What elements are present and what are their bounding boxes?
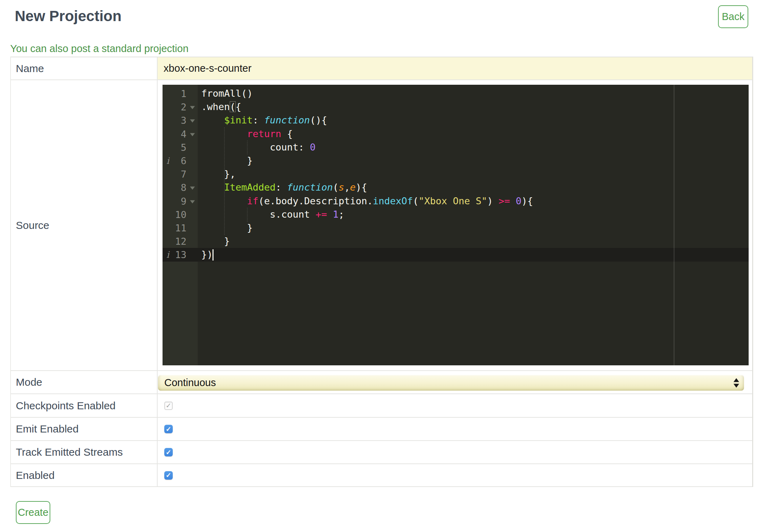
name-row: Name xbox-one-s-counter bbox=[11, 57, 752, 80]
line-number: 10 bbox=[175, 209, 186, 220]
page-title: New Projection bbox=[15, 8, 121, 25]
code-line: } bbox=[201, 154, 533, 167]
line-number: 3 bbox=[181, 115, 186, 126]
code-line: if(e.body.Description.indexOf("Xbox One … bbox=[201, 194, 533, 208]
emit-enabled-cell: ✓ bbox=[158, 418, 752, 440]
line-number: 7 bbox=[181, 169, 186, 180]
checkpoints-enabled-row: Checkpoints Enabled ✓ bbox=[11, 394, 752, 418]
line-number: 2 bbox=[181, 102, 186, 113]
gutter-line: 2 bbox=[163, 100, 198, 114]
line-number: 5 bbox=[181, 142, 186, 153]
emit-enabled-label: Emit Enabled bbox=[11, 418, 158, 440]
mode-label: Mode bbox=[11, 371, 158, 393]
source-cell: 12345i6789101112i13 fromAll().when({ $in… bbox=[158, 80, 752, 370]
text-cursor bbox=[212, 249, 214, 261]
gutter-line: 11 bbox=[163, 221, 198, 235]
line-number: 1 bbox=[181, 88, 186, 99]
line-number: 13 bbox=[175, 249, 186, 260]
name-cell: xbox-one-s-counter bbox=[158, 57, 752, 79]
track-emitted-streams-row: Track Emitted Streams ✓ bbox=[11, 441, 752, 464]
name-input[interactable]: xbox-one-s-counter bbox=[158, 57, 752, 79]
create-button[interactable]: Create bbox=[16, 501, 50, 524]
code-line: count: 0 bbox=[201, 141, 533, 154]
fold-toggle-icon[interactable] bbox=[190, 106, 195, 109]
editor-code-lines: fromAll().when({ $init: function(){ retu… bbox=[201, 87, 533, 261]
code-line: $init: function(){ bbox=[201, 114, 533, 127]
code-line: }, bbox=[201, 167, 533, 181]
gutter-line: i13 bbox=[163, 248, 198, 261]
mode-cell: Continuous bbox=[158, 371, 752, 393]
standard-projection-link[interactable]: You can also post a standard projection bbox=[10, 43, 189, 55]
code-line: s.count += 1; bbox=[201, 208, 533, 221]
mode-select[interactable]: Continuous bbox=[158, 375, 744, 391]
gutter-line: 1 bbox=[163, 87, 198, 100]
emit-enabled-row: Emit Enabled ✓ bbox=[11, 418, 752, 441]
track-emitted-streams-cell: ✓ bbox=[158, 441, 752, 463]
code-line: fromAll() bbox=[201, 87, 533, 100]
emit-enabled-checkbox[interactable]: ✓ bbox=[164, 425, 173, 433]
gutter-line: 8 bbox=[163, 181, 198, 194]
name-label: Name bbox=[11, 57, 158, 79]
gutter-line: 9 bbox=[163, 194, 198, 208]
gutter-line: 12 bbox=[163, 235, 198, 248]
print-margin-line bbox=[674, 85, 674, 365]
gutter-line: i6 bbox=[163, 154, 198, 167]
line-number: 8 bbox=[181, 182, 186, 193]
gutter-line: 4 bbox=[163, 127, 198, 141]
code-line: .when({ bbox=[201, 100, 533, 114]
mode-row: Mode Continuous bbox=[11, 371, 752, 394]
track-emitted-streams-checkbox[interactable]: ✓ bbox=[164, 448, 173, 456]
line-number: 11 bbox=[175, 222, 186, 233]
source-label: Source bbox=[11, 80, 158, 370]
fold-toggle-icon[interactable] bbox=[190, 200, 195, 203]
enabled-cell: ✓ bbox=[158, 464, 752, 486]
line-number: 9 bbox=[181, 196, 186, 206]
info-annotation-icon: i bbox=[166, 250, 169, 260]
select-up-down-arrows-icon bbox=[734, 378, 739, 387]
gutter-line: 10 bbox=[163, 208, 198, 221]
code-line: } bbox=[201, 235, 533, 248]
projection-form: Name xbox-one-s-counter Source 12345i678… bbox=[10, 57, 753, 487]
line-number: 12 bbox=[175, 236, 186, 247]
fold-toggle-icon[interactable] bbox=[190, 187, 195, 190]
code-line: ItemAdded: function(s,e){ bbox=[201, 181, 533, 194]
checkpoints-enabled-cell: ✓ bbox=[158, 394, 752, 417]
info-annotation-icon: i bbox=[166, 156, 169, 166]
track-emitted-streams-label: Track Emitted Streams bbox=[11, 441, 158, 463]
gutter-line: 3 bbox=[163, 114, 198, 127]
source-row: Source 12345i6789101112i13 fromAll().whe… bbox=[11, 80, 752, 371]
gutter-line: 7 bbox=[163, 167, 198, 181]
enabled-row: Enabled ✓ bbox=[11, 464, 752, 487]
enabled-checkbox[interactable]: ✓ bbox=[164, 471, 173, 480]
checkpoints-enabled-checkbox: ✓ bbox=[164, 402, 173, 410]
line-number: 4 bbox=[181, 128, 186, 139]
line-number: 6 bbox=[181, 155, 186, 166]
editor-gutter-lines: 12345i6789101112i13 bbox=[163, 87, 198, 261]
gutter-line: 5 bbox=[163, 141, 198, 154]
checkpoints-enabled-label: Checkpoints Enabled bbox=[11, 394, 158, 417]
code-line: }) bbox=[201, 248, 533, 261]
mode-select-value: Continuous bbox=[164, 377, 216, 389]
source-code-editor[interactable]: 12345i6789101112i13 fromAll().when({ $in… bbox=[163, 85, 749, 365]
fold-toggle-icon[interactable] bbox=[190, 133, 195, 136]
back-button[interactable]: Back bbox=[718, 5, 748, 28]
fold-toggle-icon[interactable] bbox=[190, 120, 195, 123]
code-line: return { bbox=[201, 127, 533, 141]
enabled-label: Enabled bbox=[11, 464, 158, 486]
code-line: } bbox=[201, 221, 533, 235]
